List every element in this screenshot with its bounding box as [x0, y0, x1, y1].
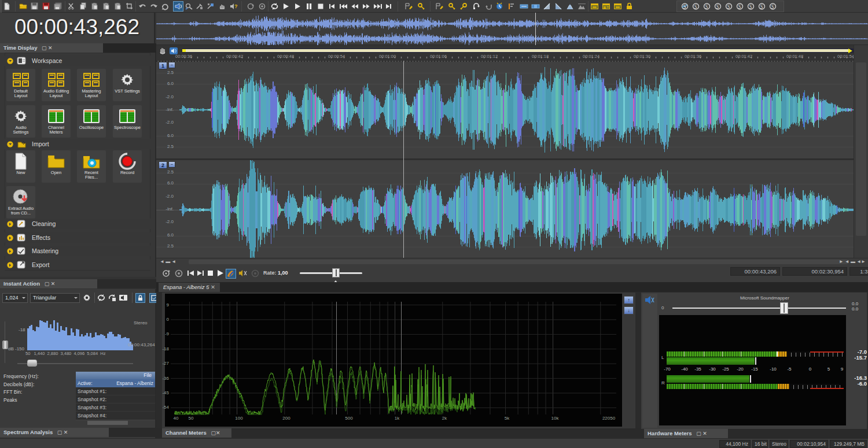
svg-text:S: S — [705, 4, 708, 10]
svg-text:S: S — [771, 4, 774, 10]
svg-text:S: S — [716, 4, 719, 10]
svg-text:S: S — [749, 4, 752, 10]
svg-text:?: ? — [234, 3, 238, 9]
svg-text:S: S — [738, 4, 741, 10]
svg-text:S: S — [727, 4, 730, 10]
svg-text:S: S — [694, 4, 697, 10]
svg-text:S: S — [683, 4, 686, 10]
svg-text:S: S — [760, 4, 763, 10]
